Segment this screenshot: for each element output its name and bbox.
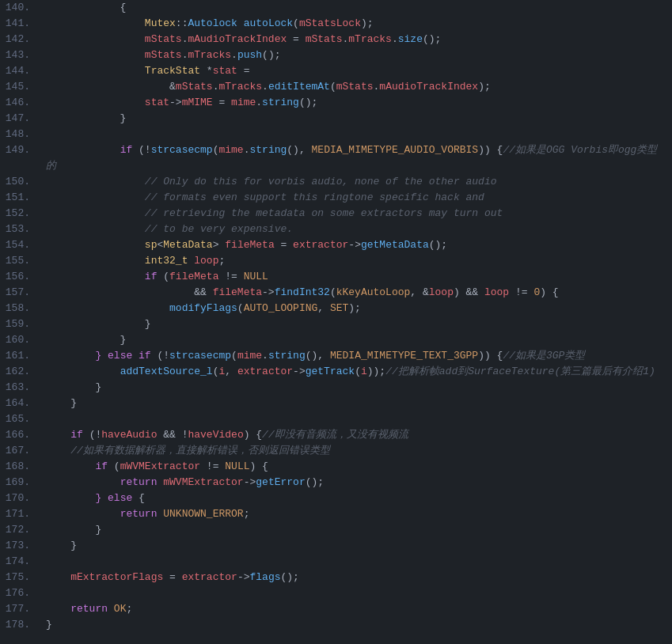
- code-line: && fileMeta->findInt32(kKeyAutoLoop, &lo…: [46, 285, 672, 301]
- line-number: 154.: [0, 237, 30, 253]
- line-number: 146.: [0, 95, 30, 111]
- code-line: &mStats.mTracks.editItemAt(mStats.mAudio…: [46, 79, 672, 95]
- line-number: 159.: [0, 316, 30, 332]
- code-line: mExtractorFlags = extractor->flags();: [46, 570, 672, 585]
- code-line: }: [46, 332, 672, 348]
- code-content[interactable]: { Mutex::Autolock autoLock(mStatsLock); …: [40, 0, 672, 644]
- code-line: }: [46, 316, 672, 332]
- code-line: [46, 411, 672, 427]
- code-line: }: [46, 522, 672, 538]
- line-number: 147.: [0, 111, 30, 127]
- code-line: } else {: [46, 491, 672, 506]
- code-line: [46, 127, 672, 142]
- line-number: 173.: [0, 538, 30, 554]
- line-number: 161.: [0, 348, 30, 364]
- line-number: [0, 158, 30, 174]
- code-line: }: [46, 396, 672, 411]
- line-number: 152.: [0, 206, 30, 222]
- code-line: // formats even support this ringtone sp…: [46, 190, 672, 206]
- code-line: }: [46, 538, 672, 554]
- line-number: 172.: [0, 522, 30, 538]
- code-line: stat->mMIME = mime.string();: [46, 95, 672, 111]
- code-line: [46, 585, 672, 601]
- code-line: [46, 554, 672, 570]
- line-number: 150.: [0, 174, 30, 190]
- code-line: if (!haveAudio && !haveVideo) {//即没有音频流，…: [46, 427, 672, 443]
- code-line: }: [46, 111, 672, 127]
- line-numbers: 140.141.142.143.144.145.146.147.148.149.…: [0, 0, 40, 644]
- code-line: return OK;: [46, 601, 672, 617]
- line-number: 144.: [0, 63, 30, 79]
- code-line: if (fileMeta != NULL: [46, 269, 672, 285]
- line-number: 143.: [0, 47, 30, 63]
- code-line: Mutex::Autolock autoLock(mStatsLock);: [46, 16, 672, 32]
- code-line: return UNKNOWN_ERROR;: [46, 506, 672, 522]
- line-number: 177.: [0, 601, 30, 617]
- code-line: addTextSource_l(i, extractor->getTrack(i…: [46, 364, 672, 380]
- line-number: 162.: [0, 364, 30, 380]
- code-line: //如果有数据解析器，直接解析错误，否则返回错误类型: [46, 443, 672, 459]
- code-line: int32_t loop;: [46, 253, 672, 269]
- line-number: 156.: [0, 269, 30, 285]
- line-number: 141.: [0, 16, 30, 32]
- code-editor: 140.141.142.143.144.145.146.147.148.149.…: [0, 0, 672, 644]
- line-number: 169.: [0, 475, 30, 491]
- code-line: mStats.mTracks.push();: [46, 47, 672, 63]
- line-number: 155.: [0, 253, 30, 269]
- line-number: 174.: [0, 554, 30, 570]
- code-line: }: [46, 380, 672, 396]
- line-number: 142.: [0, 32, 30, 47]
- line-number: 160.: [0, 332, 30, 348]
- code-line: TrackStat *stat =: [46, 63, 672, 79]
- line-number: 167.: [0, 443, 30, 459]
- code-line: {: [46, 0, 672, 16]
- code-line: modifyFlags(AUTO_LOOPING, SET);: [46, 301, 672, 316]
- line-number: 178.: [0, 617, 30, 633]
- code-line: if (!strcasecmp(mime.string(), MEDIA_MIM…: [46, 142, 672, 158]
- line-number: 149.: [0, 142, 30, 158]
- code-line: mStats.mAudioTrackIndex = mStats.mTracks…: [46, 32, 672, 47]
- code-line: return mWVMExtractor->getError();: [46, 475, 672, 491]
- line-number: 175.: [0, 570, 30, 585]
- line-number: 176.: [0, 585, 30, 601]
- line-number: 158.: [0, 301, 30, 316]
- line-number: 157.: [0, 285, 30, 301]
- line-number: 145.: [0, 79, 30, 95]
- code-line: // retrieving the metadata on some extra…: [46, 206, 672, 222]
- code-line: // Only do this for vorbis audio, none o…: [46, 174, 672, 190]
- line-number: 148.: [0, 127, 30, 142]
- line-number: 168.: [0, 459, 30, 475]
- line-number: 151.: [0, 190, 30, 206]
- line-number: 170.: [0, 491, 30, 506]
- code-line: // to be very expensive.: [46, 222, 672, 237]
- line-number: 153.: [0, 222, 30, 237]
- line-number: 165.: [0, 411, 30, 427]
- line-number: 163.: [0, 380, 30, 396]
- line-number: 171.: [0, 506, 30, 522]
- code-line: }: [46, 617, 672, 633]
- line-number: 140.: [0, 0, 30, 16]
- code-line: } else if (!strcasecmp(mime.string(), ME…: [46, 348, 672, 364]
- line-number: 166.: [0, 427, 30, 443]
- code-line: if (mWVMExtractor != NULL) {: [46, 459, 672, 475]
- code-line: 的: [46, 158, 672, 174]
- line-number: 164.: [0, 396, 30, 411]
- code-line: sp<MetaData> fileMeta = extractor->getMe…: [46, 237, 672, 253]
